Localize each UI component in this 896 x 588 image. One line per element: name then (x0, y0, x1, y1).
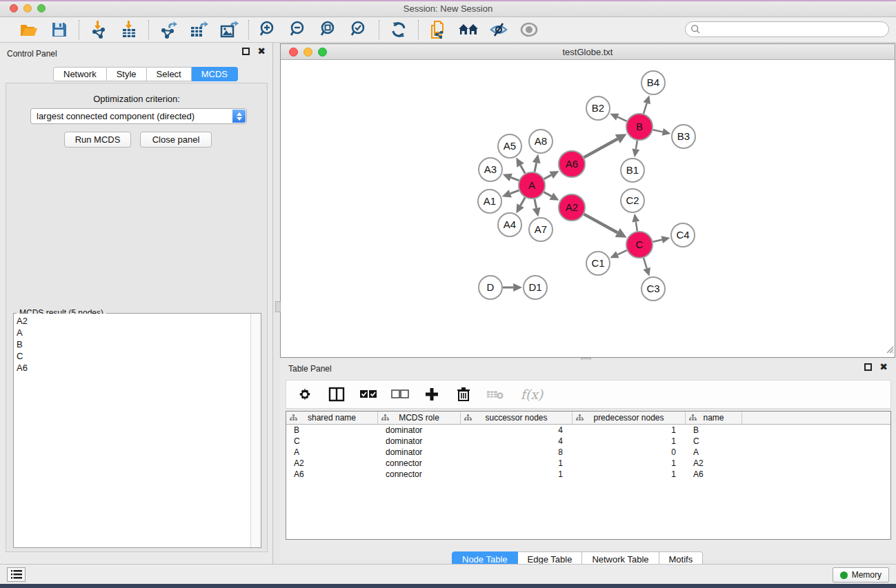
table-row[interactable]: Bdominator41B (286, 425, 890, 436)
graph-edge-A-A3[interactable] (511, 177, 519, 180)
export-network-icon[interactable] (158, 20, 179, 39)
task-history-button[interactable] (7, 567, 26, 582)
graph-edge-B-B4[interactable] (644, 103, 647, 114)
table-cell: 0 (573, 447, 686, 458)
graph-node-A[interactable]: A (519, 172, 545, 199)
graph-edge-C-C2[interactable] (636, 222, 637, 232)
graph-node-A6[interactable]: A6 (559, 151, 585, 177)
network-canvas[interactable]: B4B2BB3A8A5A6A3B1AA1C2A2A4A7C4CC1C3DD1 (281, 60, 895, 357)
graph-edge-C-C4[interactable] (653, 240, 662, 242)
export-table-icon[interactable] (188, 20, 209, 39)
delete-table-icon[interactable] (486, 385, 504, 403)
table-row[interactable]: Adominator80A (286, 447, 890, 458)
graph-edge-B-B3[interactable] (653, 130, 663, 132)
column-header-successor-nodes[interactable]: successor nodes (461, 412, 573, 424)
refresh-icon[interactable] (388, 20, 409, 39)
graph-node-A3[interactable]: A3 (479, 158, 502, 181)
home-icon[interactable] (458, 20, 479, 39)
graph-node-D1[interactable]: D1 (524, 276, 547, 299)
new-network-from-selection-icon[interactable] (428, 20, 448, 39)
mcds-result-item[interactable]: B (14, 339, 261, 351)
graph-node-A4[interactable]: A4 (498, 213, 521, 236)
graph-node-C4[interactable]: C4 (671, 223, 695, 247)
table-row[interactable]: Cdominator41C (286, 436, 890, 447)
split-divider-handle[interactable] (275, 301, 281, 312)
graph-edge-A-A5[interactable] (521, 165, 526, 174)
graph-node-B2[interactable]: B2 (586, 97, 610, 120)
tab-style[interactable]: Style (107, 67, 147, 81)
column-layout-icon[interactable] (328, 385, 346, 403)
graph-node-B1[interactable]: B1 (621, 159, 644, 182)
mcds-result-item[interactable]: A2 (14, 316, 261, 327)
graph-node-A7[interactable]: A7 (529, 218, 552, 241)
column-header-MCDS-role[interactable]: MCDS role (378, 412, 461, 424)
graph-edge-C-C1[interactable] (617, 250, 626, 254)
import-network-icon[interactable] (88, 20, 109, 39)
graph-edge-B-B2[interactable] (617, 117, 626, 121)
search-box[interactable] (685, 21, 889, 37)
table-row[interactable]: A6connector11A6 (286, 469, 890, 480)
graph-node-C3[interactable]: C3 (641, 277, 665, 301)
graph-edge-A-A1[interactable] (510, 190, 519, 194)
export-image-icon[interactable] (219, 20, 239, 39)
open-session-icon[interactable] (19, 20, 39, 39)
deselect-all-columns-icon[interactable] (391, 385, 409, 403)
graph-node-A2[interactable]: A2 (559, 194, 585, 221)
column-header-name[interactable]: name (686, 412, 742, 424)
graph-node-B4[interactable]: B4 (641, 71, 665, 94)
graph-node-C2[interactable]: C2 (621, 189, 644, 212)
mcds-result-item[interactable]: A6 (14, 363, 261, 374)
graph-node-A8[interactable]: A8 (529, 130, 552, 153)
settings-icon[interactable] (296, 385, 314, 403)
zoom-fit-icon[interactable] (319, 20, 339, 39)
memory-button[interactable]: Memory (833, 567, 889, 582)
import-table-icon[interactable] (119, 20, 139, 39)
graph-node-A1[interactable]: A1 (478, 190, 501, 213)
show-panel-icon[interactable] (519, 20, 539, 39)
graph-node-B[interactable]: B (626, 114, 653, 140)
column-header-shared-name[interactable]: shared name (286, 412, 378, 424)
network-window-titlebar[interactable]: testGlobe.txt (281, 44, 895, 60)
tab-mcds[interactable]: MCDS (192, 67, 238, 81)
graph-edge-A-A4[interactable] (521, 197, 526, 205)
zoom-selected-icon[interactable] (349, 20, 370, 39)
close-table-panel-icon[interactable]: ✖ (879, 363, 888, 371)
graph-node-B3[interactable]: B3 (672, 125, 695, 148)
graph-edge-A-A8[interactable] (535, 163, 537, 172)
zoom-out-icon[interactable] (288, 20, 309, 39)
hide-panel-icon[interactable] (488, 20, 509, 39)
mcds-result-scrollbar[interactable] (250, 314, 261, 547)
table-row[interactable]: A2connector11A2 (286, 458, 890, 469)
run-mcds-button[interactable]: Run MCDS (64, 132, 131, 148)
float-panel-icon[interactable] (242, 48, 250, 55)
graph-node-C1[interactable]: C1 (586, 252, 610, 275)
graph-edge-B-B1[interactable] (636, 141, 637, 150)
delete-columns-icon[interactable] (455, 385, 472, 403)
graph-node-C[interactable]: C (626, 232, 653, 258)
graph-edge-A6-B[interactable] (584, 139, 618, 157)
optimization-criterion-select[interactable]: largest connected component (directed) (30, 108, 247, 124)
graph-edge-A-A2[interactable] (544, 192, 552, 196)
titlebar-accent-line (0, 0, 896, 1)
graph-node-D[interactable]: D (479, 276, 502, 299)
graph-edge-C-C3[interactable] (644, 258, 647, 268)
graph-edge-A-A7[interactable] (535, 199, 537, 208)
function-builder-icon[interactable]: f(x) (518, 385, 546, 403)
save-session-icon[interactable] (49, 20, 70, 39)
mcds-result-item[interactable]: C (14, 351, 261, 363)
graph-edge-A-A6[interactable] (544, 175, 552, 179)
graph-node-A5[interactable]: A5 (498, 134, 521, 158)
tab-network[interactable]: Network (53, 67, 107, 81)
resize-grip-icon[interactable] (884, 344, 894, 356)
close-panel-button[interactable]: Close panel (140, 132, 212, 148)
search-input[interactable] (701, 23, 888, 36)
mcds-result-item[interactable]: A (14, 327, 261, 339)
zoom-in-icon[interactable] (258, 20, 279, 39)
close-panel-icon[interactable]: ✖ (257, 48, 266, 55)
select-all-columns-icon[interactable] (359, 385, 377, 403)
graph-edge-A2-C[interactable] (584, 214, 618, 233)
add-column-icon[interactable] (423, 385, 441, 403)
float-table-panel-icon[interactable] (864, 363, 872, 371)
column-header-predecessor-nodes[interactable]: predecessor nodes (573, 412, 686, 424)
tab-select[interactable]: Select (147, 67, 192, 81)
